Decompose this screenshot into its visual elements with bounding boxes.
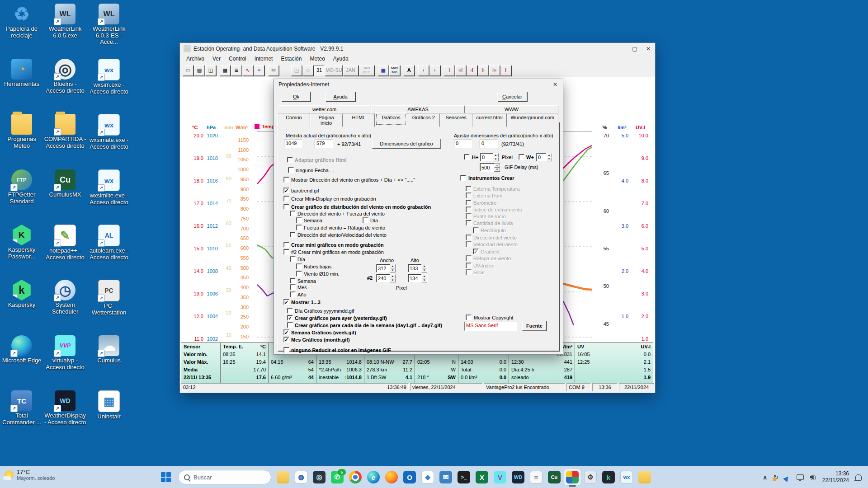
volume-icon[interactable]: ))) [810,474,816,480]
toolbar-button-23[interactable]: ‹ [418,65,429,76]
instr-gradient-checkbox[interactable]: ✓ [473,249,479,254]
sync-icon[interactable]: ↻ [774,474,778,481]
toolbar-button-24[interactable]: › [429,65,440,76]
opt-ninguno-fecha--checkbox[interactable] [288,167,294,173]
mini2-height-spinner[interactable]: 134▲▼ [408,274,428,282]
instr-solar-checkbox[interactable] [466,269,472,275]
w-plus-spinner[interactable]: 0▲▼ [536,153,552,161]
taskbar-icon-settings[interactable]: ⚙ [584,471,597,483]
mini-height-spinner[interactable]: 133▲▼ [408,264,428,272]
instr--ndice-de-enfriamiento-checkbox[interactable] [466,206,472,212]
tray-chevron-icon[interactable]: ∧ [763,474,767,481]
opt-crear-gr-ficos-para-ayer-yeste-checkbox[interactable]: ✓ [287,315,293,321]
opt-d-a-checkbox[interactable] [290,256,296,262]
desktop-icon-system-scheduler[interactable]: ◷↗System Scheduler [44,280,86,333]
desktop-icon-papelera-de-reciclaje[interactable]: ♻Papelera de reciclaje [0,4,43,57]
taskbar-icon-terminal[interactable]: >_ [458,471,470,483]
toolbar-button-6[interactable]: ∿ [242,65,253,76]
desktop-icon-cumulusmx[interactable]: Cu↗CumulusMX [44,169,86,223]
toolbar-button-13[interactable]: 31 [314,65,325,76]
toolbar-button-12[interactable]: ◇ [302,65,313,76]
opt-d-a-checkbox[interactable] [363,217,368,223]
toolbar-button-1[interactable]: ▤ [194,65,205,76]
toolbar-button-26[interactable]: I [444,65,455,76]
dimensiones-button[interactable]: Dimensiones del grafico [372,139,441,149]
opt-crear-gr-ficos-para-cada-d-a-d-checkbox[interactable] [287,322,293,328]
tab-wetter-com[interactable]: wetter.com [278,105,371,113]
h-plus-checkbox[interactable] [464,154,470,160]
desktop-icon-total-commander[interactable]: TC↗Total Commander ... [0,390,43,444]
fuente-button[interactable]: Fuente [522,321,547,331]
taskbar-icon-mail-app[interactable]: ✉ [439,471,452,483]
taskbar-icon-excel[interactable]: X [476,471,488,483]
opt-nubes-bajas-checkbox[interactable] [296,263,302,269]
desktop-icon-cumulus[interactable]: ☁↗Cumulus [88,335,130,389]
instrumentos-checkbox[interactable] [460,175,466,181]
opt-semana-checkbox[interactable] [290,278,296,284]
menu-ayuda[interactable]: Ayuda [333,56,349,62]
instr-cantidad-de-lluvia-checkbox[interactable] [466,220,472,226]
desktop-icon-uninstalr[interactable]: ▦Uninstalr [88,390,130,444]
opt-barotrend-gif-checkbox[interactable]: ✓ [283,188,289,193]
toolbar-button-4[interactable]: ▦ [220,65,231,76]
desktop-icon-programas-meteo[interactable]: Programas Meteo [0,114,43,167]
menu-meteo[interactable]: Meteo [310,56,325,62]
network-icon[interactable] [797,474,804,480]
opt-crear-mini-display-en-modo-gra-checkbox[interactable] [283,196,289,202]
instr-bar-metro-checkbox[interactable] [466,200,472,206]
ok-button[interactable]: Ok [282,92,311,101]
taskbar-icon-photos[interactable]: ◆ [421,471,434,483]
instr-punto-de-roc-o-checkbox[interactable] [466,213,472,219]
taskbar-icon-firefox[interactable] [385,471,398,483]
desktop-icon-wxsimate-exe-acceso-directo[interactable]: wx↗wxsimate.exe - Acceso directo [88,114,130,167]
menu-estación[interactable]: Estación [281,56,302,62]
cancel-button[interactable]: Cancelar [497,92,527,101]
toolbar-button-7[interactable]: ≈ [254,65,264,76]
tab-p-gina-inicio[interactable]: Página inicio [310,113,343,127]
adjust-width-input[interactable]: 0 [454,140,472,148]
w-plus-checkbox[interactable] [519,154,524,160]
desktop-icon-kaspersky[interactable]: k↗Kaspersky [0,280,43,333]
toolbar-button-16[interactable]: JAN DEC [359,65,374,76]
instr-externa-temperatura-checkbox[interactable] [466,186,472,192]
opt-direcci-n-del-viento-velocidad-checkbox[interactable] [290,232,296,238]
menu-control[interactable]: Control [229,56,246,62]
taskbar-icon-cumulusmx-app[interactable]: Cu [548,471,561,483]
dialog-close-icon[interactable]: ✕ [549,80,561,89]
tab-current-html[interactable]: current.html [472,113,507,127]
toolbar-button-5[interactable]: ≣ [231,65,242,76]
desktop-icon-kaspersky-passwor[interactable]: K↗Kaspersky Passwor... [0,225,43,278]
instr-rect-ngulo-checkbox[interactable] [473,227,479,233]
taskbar-icon-outlook[interactable]: O [403,471,416,483]
taskbar-icon-whatsapp[interactable]: ✆5 [331,471,344,483]
desktop-icon-herramientas[interactable]: ◔Herramientas [0,59,43,112]
graph-height-input[interactable]: 579 [315,140,333,148]
h-plus-spinner[interactable]: 0▲▼ [480,153,499,161]
tab-www[interactable]: WWW [465,105,558,113]
instr-r-faga-de-viento-checkbox[interactable] [466,255,472,261]
taskbar-icon-edge[interactable]: e [367,471,380,483]
toolbar-button-14[interactable]: MO-SU [325,65,343,76]
desktop-icon-notepad-acceso-directo[interactable]: ✎↗notepad++ - Acceso directo [44,225,86,278]
opt-crear-gr-fico-de-distribuci-n--checkbox[interactable] [283,204,289,210]
desktop-icon-ftpgetter-standard[interactable]: FTP↗FTPGetter Standard [0,169,43,223]
toolbar-button-19[interactable]: Max Min [389,65,400,76]
toolbar-button-29[interactable]: I› [478,65,489,76]
desktop-icon-weatherdisplay-acceso-directo[interactable]: WD↗WeatherDisplay - Acceso directo [44,390,86,444]
opt-mostrar-1-3-checkbox[interactable]: ✓ [283,299,289,305]
opt-adaptar-gr-ficos-html-checkbox[interactable] [287,157,293,163]
desktop-icon-bluelris-acceso-directo[interactable]: ◎↗Bluelris - Acceso directo [44,59,86,112]
desktop-icon-virtualvp-acceso-directo[interactable]: VVP↗virtualvp - Acceso directo [44,335,86,389]
instr-direcci-n-del-viento-checkbox[interactable] [466,235,472,240]
menu-archivo[interactable]: Archivo [186,56,204,62]
opt-fuerza-del-viento-r-faga-de-vi-checkbox[interactable] [296,225,302,230]
start-button[interactable] [160,472,172,483]
taskbar-weather-widget[interactable]: 17°C Mayorm. soleado [5,469,55,481]
tab-gr-ficos[interactable]: Gráficos [375,113,407,126]
copyright-checkbox[interactable] [466,314,472,320]
tab-com-n[interactable]: Común [278,113,310,127]
menu-internet[interactable]: Internet [255,56,273,62]
toolbar-button-21[interactable]: A [404,65,415,76]
opt-a-o-checkbox[interactable] [290,291,296,297]
desktop-icon-wxsimlite-exe-acceso-directo[interactable]: wx↗wxsimlite.exe - Acceso directo [88,169,130,223]
